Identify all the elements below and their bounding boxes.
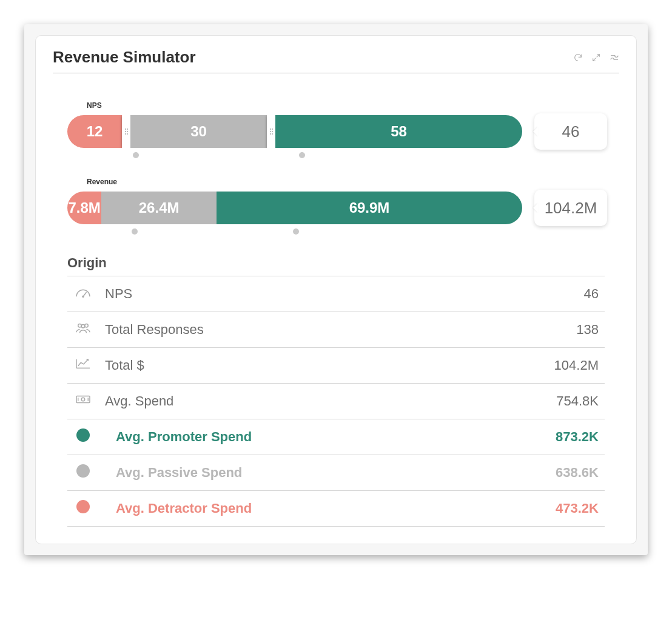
origin-value: 473.2K — [472, 491, 605, 527]
revenue-total-bubble: 104.2M — [534, 190, 607, 226]
detractor-dot-icon — [76, 500, 90, 513]
svg-point-2 — [85, 324, 89, 328]
table-row: Avg. Promoter Spend 873.2K — [67, 419, 605, 455]
origin-label: Total Responses — [99, 312, 472, 348]
table-row: Avg. Detractor Spend 473.2K — [67, 491, 605, 527]
origin-value: 104.2M — [472, 348, 605, 384]
origin-value: 46 — [472, 276, 605, 312]
simulator-body: NPS 12 30 58 46 Re — [53, 73, 619, 532]
origin-label: Avg. Promoter Spend — [99, 419, 472, 455]
origin-heading: Origin — [67, 255, 605, 271]
nps-marker-1 — [133, 152, 139, 158]
nps-handle-2[interactable] — [267, 115, 275, 148]
passive-dot-icon — [76, 464, 90, 478]
table-row: Total Responses 138 — [67, 312, 605, 348]
svg-point-0 — [82, 296, 84, 297]
revenue-caption: Revenue — [87, 178, 605, 186]
revenue-bar: 7.8M 26.4M 69.9M — [67, 192, 522, 224]
revenue-marker-1 — [132, 228, 138, 235]
nps-detractor-segment: 12 — [67, 115, 122, 148]
card-header: Revenue Simulator — [53, 48, 619, 73]
origin-value: 138 — [472, 312, 605, 348]
nps-origin-markers — [67, 150, 605, 157]
table-row: NPS 46 — [67, 276, 605, 312]
origin-table: NPS 46 Total Responses 138 Total $ 104.2… — [67, 276, 605, 527]
gauge-icon — [74, 287, 92, 302]
nps-handle-1[interactable] — [122, 115, 130, 148]
promoter-dot-icon — [76, 428, 90, 442]
expand-icon[interactable] — [591, 53, 601, 62]
revenue-detractor-segment: 7.8M — [67, 192, 101, 224]
chart-icon — [74, 358, 92, 373]
revenue-passive-segment: 26.4M — [101, 192, 217, 224]
card-toolbar — [573, 53, 619, 62]
revenue-simulator-card: Revenue Simulator NPS 12 — [35, 35, 637, 544]
refresh-icon[interactable] — [573, 53, 583, 62]
people-icon — [74, 322, 92, 338]
revenue-bar-block: Revenue 7.8M 26.4M 69.9M 104.2M — [67, 178, 605, 233]
revenue-marker-2 — [293, 228, 299, 235]
nps-marker-2 — [299, 152, 305, 158]
origin-label: Avg. Spend — [99, 384, 472, 419]
origin-label: Total $ — [99, 348, 472, 384]
revenue-origin-markers — [67, 226, 605, 233]
origin-label: Avg. Passive Spend — [99, 455, 472, 491]
nps-promoter-segment: 58 — [275, 115, 522, 148]
nps-total-bubble: 46 — [534, 113, 607, 150]
nps-caption: NPS — [87, 101, 605, 110]
svg-point-1 — [78, 324, 82, 328]
nps-slider[interactable]: 12 30 58 — [67, 115, 522, 148]
settings-icon[interactable] — [610, 53, 619, 62]
origin-label: NPS — [99, 276, 472, 312]
cash-icon — [74, 394, 92, 409]
origin-label: Avg. Detractor Spend — [99, 491, 472, 527]
origin-value: 638.6K — [472, 455, 605, 491]
table-row: Avg. Spend 754.8K — [67, 384, 605, 419]
svg-point-3 — [81, 325, 85, 328]
svg-point-5 — [81, 398, 85, 401]
widget-frame: Revenue Simulator NPS 12 — [24, 24, 648, 555]
table-row: Total $ 104.2M — [67, 348, 605, 384]
origin-value: 754.8K — [472, 384, 605, 419]
table-row: Avg. Passive Spend 638.6K — [67, 455, 605, 491]
origin-value: 873.2K — [472, 419, 605, 455]
card-title: Revenue Simulator — [53, 48, 196, 67]
revenue-promoter-segment: 69.9M — [217, 192, 522, 224]
nps-passive-segment: 30 — [130, 115, 267, 148]
nps-bar-block: NPS 12 30 58 46 — [67, 101, 605, 157]
